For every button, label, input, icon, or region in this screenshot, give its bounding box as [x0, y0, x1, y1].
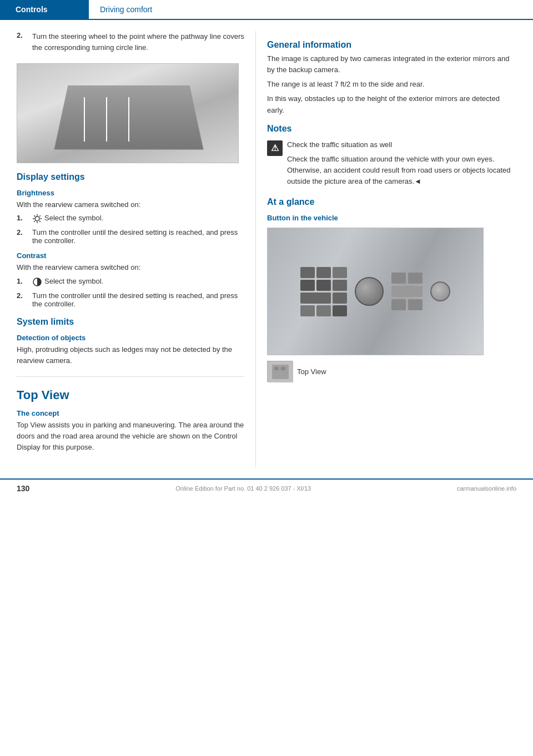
edition-text: Online Edition for Part no. 01 40 2 926 …: [175, 485, 311, 492]
concept-text: Top View assists you in parking and mane…: [17, 420, 244, 453]
page-number: 130: [17, 484, 29, 493]
general-para2: The range is at least 7 ft/2 m to the si…: [267, 79, 511, 90]
svg-point-0: [35, 216, 39, 221]
svg-rect-13: [281, 367, 285, 370]
brightness-step2-block: 2. Turn the controller until the desired…: [17, 228, 244, 245]
step-2-block: 2. Turn the steering wheel to the point …: [17, 31, 244, 57]
general-para1: The image is captured by two cameras int…: [267, 53, 511, 75]
svg-rect-12: [274, 367, 279, 370]
note2-text: Check the traffic situation around the v…: [287, 154, 511, 187]
top-view-heading: Top View: [17, 388, 244, 402]
brightness-step1-text: Select the symbol.: [44, 214, 103, 224]
contrast-heading: Contrast: [17, 251, 244, 260]
driving-comfort-label: Driving comfort: [100, 5, 152, 14]
step-2-text: Turn the steering wheel to the point whe…: [32, 31, 244, 53]
logo-text: carmanualsonline.info: [457, 485, 516, 492]
main-content: 2. Turn the steering wheel to the point …: [0, 20, 533, 467]
topview-thumb-image: [267, 361, 293, 382]
topview-label-text: Top View: [297, 367, 326, 376]
contrast-step2-text: Turn the controller until the desired se…: [32, 291, 244, 308]
at-a-glance-heading: At a glance: [267, 197, 511, 207]
page-header: Controls Driving comfort: [0, 0, 533, 20]
contrast-intro: With the rearview camera switched on:: [17, 262, 244, 273]
driving-comfort-tab[interactable]: Driving comfort: [89, 0, 163, 19]
topview-thumb-svg: [268, 361, 293, 382]
vehicle-button-image: [267, 228, 484, 355]
controls-tab[interactable]: Controls: [0, 0, 89, 19]
step-2-number: 2.: [17, 31, 29, 57]
brightness-step1-block: 1. Select the symbol.: [17, 214, 244, 224]
page-footer: 130 Online Edition for Part no. 01 40 2 …: [0, 478, 533, 497]
detection-heading: Detection of objects: [17, 334, 244, 342]
contrast-step1-text: Select the symbol.: [44, 277, 103, 287]
button-vehicle-heading: Button in the vehicle: [267, 214, 511, 222]
road-image: [17, 63, 239, 163]
warning-icon: ⚠: [267, 140, 283, 156]
section-divider: [17, 376, 244, 377]
svg-line-8: [34, 221, 35, 222]
note1-text: Check the traffic situation as well: [287, 139, 511, 150]
general-info-heading: General information: [267, 40, 511, 50]
general-para3: In this way, obstacles up to the height …: [267, 93, 511, 115]
svg-line-5: [34, 216, 35, 217]
brightness-heading: Brightness: [17, 189, 244, 197]
contrast-step2-block: 2. Turn the controller until the desired…: [17, 291, 244, 308]
svg-rect-11: [272, 365, 289, 379]
right-column: General information The image is capture…: [255, 31, 522, 467]
contrast-step2-num: 2.: [17, 291, 29, 308]
detection-text: High, protruding objects such as ledges …: [17, 344, 244, 366]
svg-line-7: [39, 216, 41, 217]
system-limits-heading: System limits: [17, 317, 244, 327]
brightness-step2-text: Turn the controller until the desired se…: [32, 228, 244, 245]
note-text: Check the traffic situation as well Chec…: [287, 139, 511, 188]
brightness-intro: With the rearview camera switched on:: [17, 199, 244, 210]
display-settings-heading: Display settings: [17, 172, 244, 182]
sun-icon: [32, 214, 42, 224]
contrast-step1-block: 1. Select the symbol.: [17, 277, 244, 287]
note-box: ⚠ Check the traffic situation as well Ch…: [267, 139, 511, 188]
left-column: 2. Turn the steering wheel to the point …: [0, 31, 255, 467]
controls-label: Controls: [16, 5, 48, 14]
brightness-step1-num: 1.: [17, 214, 29, 224]
contrast-step1-num: 1.: [17, 277, 29, 287]
notes-heading: Notes: [267, 124, 511, 134]
concept-heading: The concept: [17, 409, 244, 417]
brightness-step2-num: 2.: [17, 228, 29, 245]
contrast-icon: [32, 277, 42, 287]
topview-label-row: Top View: [267, 361, 511, 382]
svg-line-6: [39, 221, 41, 222]
